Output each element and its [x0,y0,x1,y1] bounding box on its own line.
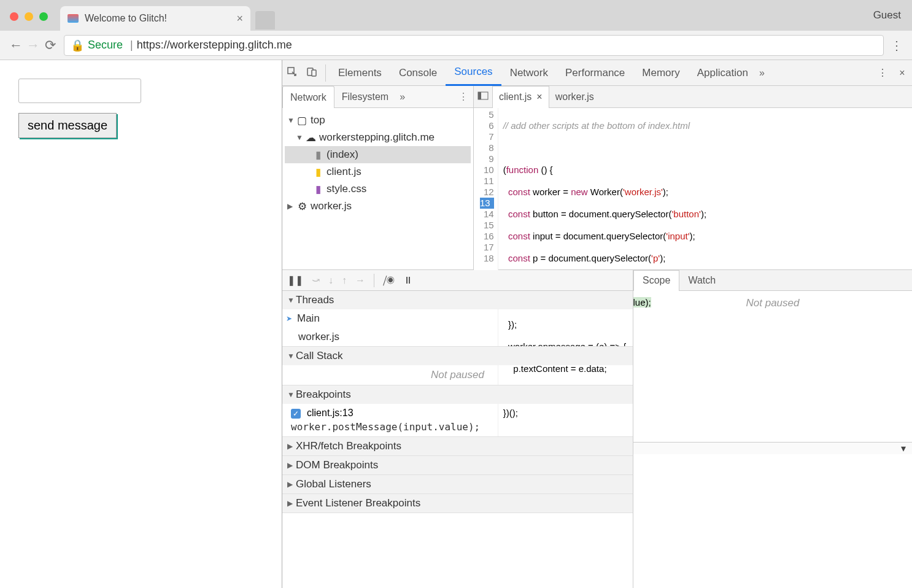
nav-more-button[interactable]: » [400,91,405,103]
secure-label: Secure [88,39,123,52]
tab-elements[interactable]: Elements [330,60,390,86]
nav-menu-button[interactable]: ⋮ [458,91,468,103]
new-tab-button[interactable] [255,11,275,29]
traffic-lights [10,12,48,21]
threads-section: ▼Threads Main worker.js [282,291,633,347]
device-icon[interactable] [302,66,322,80]
event-listener-breakpoints-header[interactable]: ▶Event Listener Breakpoints [282,494,633,513]
step-button: → [355,275,365,286]
breakpoints-section: ▼Breakpoints ✓client.js:13 worker.postMe… [282,385,633,437]
nav-tab-network[interactable]: Network [282,86,334,108]
send-message-button[interactable]: send message [18,113,117,138]
inspect-icon[interactable] [282,66,302,80]
pause-exceptions-button[interactable]: ⏸ [403,275,413,286]
browser-tab[interactable]: Welcome to Glitch! × [60,6,250,31]
back-button[interactable]: ← [7,37,25,53]
tab-network[interactable]: Network [501,60,557,86]
favicon-icon [68,14,79,23]
address-bar[interactable]: 🔒 Secure | https://workerstepping.glitch… [64,35,884,56]
maximize-window-button[interactable] [39,12,48,21]
editor-tab-clientjs[interactable]: client.js× [492,86,549,108]
tree-file-stylecss[interactable]: ▮style.css [285,180,471,198]
dom-breakpoints-header[interactable]: ▶DOM Breakpoints [282,456,633,474]
forward-button: → [25,37,42,53]
file-tree: ▼▢top ▼☁workerstepping.glitch.me ▮(index… [282,108,473,219]
close-devtools-button[interactable]: × [892,68,912,79]
tab-sources[interactable]: Sources [446,60,501,86]
tab-memory[interactable]: Memory [633,60,688,86]
separator: | [130,39,133,52]
devtools-menu-button[interactable]: ⋮ [873,67,892,79]
watch-tab[interactable]: Watch [679,270,724,291]
tree-file-clientjs[interactable]: ▮client.js [285,163,471,180]
close-tab-button[interactable]: × [236,12,243,25]
nav-tab-filesystem[interactable]: Filesystem [334,86,396,108]
browser-toolbar: ← → ⟳ 🔒 Secure | https://workerstepping.… [0,31,912,60]
profile-label[interactable]: Guest [873,9,901,21]
breakpoints-header[interactable]: ▼Breakpoints [282,385,633,404]
minimize-window-button[interactable] [25,12,33,21]
step-out-button: ↑ [342,275,347,286]
step-into-button: ↓ [328,275,333,286]
scope-tab[interactable]: Scope [633,270,679,291]
devtools-panel: Elements Console Sources Network Perform… [282,60,912,588]
browser-menu-button[interactable]: ⋮ [889,38,905,53]
page-content: send message [0,60,282,588]
tree-top[interactable]: ▼▢top [285,112,471,129]
callstack-section: ▼Call Stack Not paused [282,347,633,385]
tab-application[interactable]: Application [689,60,757,86]
breakpoint-checkbox[interactable]: ✓ [291,409,301,419]
callstack-header[interactable]: ▼Call Stack [282,347,633,365]
show-navigator-icon[interactable] [474,91,492,103]
svg-rect-2 [312,70,316,76]
debugger-pane: ❚❚ ⤻ ↓ ↑ → ⧸◉ ⏸ ▼Threads Main worker.js [282,270,633,588]
debugger-toolbar: ❚❚ ⤻ ↓ ↑ → ⧸◉ ⏸ [282,270,633,291]
close-window-button[interactable] [10,12,18,21]
close-icon[interactable]: × [536,91,542,103]
deactivate-breakpoints-button[interactable]: ⧸◉ [383,275,395,286]
scope-empty: Not paused [633,291,912,315]
tab-title: Welcome to Glitch! [85,13,167,24]
message-input[interactable] [18,79,141,103]
sources-navigator: Network Filesystem » ⋮ ▼▢top ▼☁workerste… [282,86,474,269]
tab-performance[interactable]: Performance [557,60,633,86]
global-listeners-header[interactable]: ▶Global Listeners [282,475,633,493]
threads-header[interactable]: ▼Threads [282,291,633,309]
breakpoint-marker[interactable]: 13 [480,198,494,209]
reload-button[interactable]: ⟳ [42,37,59,53]
callstack-empty: Not paused [282,365,633,385]
editor-tab-workerjs[interactable]: worker.js [549,86,600,108]
svg-rect-4 [478,92,481,99]
xhr-breakpoints-header[interactable]: ▶XHR/fetch Breakpoints [282,437,633,455]
tree-file-index[interactable]: ▮(index) [285,146,471,163]
tree-worker[interactable]: ▶⚙worker.js [285,198,471,215]
code-editor: client.js× worker.js 5678910111213141516… [474,86,912,269]
devtools-tabs: Elements Console Sources Network Perform… [282,60,912,86]
step-over-button: ⤻ [312,274,320,286]
lock-icon: 🔒 [71,39,84,52]
thread-main[interactable]: Main [282,309,633,328]
pause-button[interactable]: ❚❚ [287,274,303,286]
window-titlebar: Welcome to Glitch! × Guest [0,0,912,31]
url-text: https://workerstepping.glitch.me [137,39,292,52]
tree-domain[interactable]: ▼☁workerstepping.glitch.me [285,129,471,146]
thread-worker[interactable]: worker.js [282,328,633,346]
tab-console[interactable]: Console [390,60,446,86]
more-tabs-button[interactable]: » [759,68,765,79]
breakpoint-itemit_clientjs13[interactable]: ✓client.js:13 worker.postMessage(input.v… [282,404,633,436]
scope-pane: Scope Watch Not paused [633,270,912,588]
